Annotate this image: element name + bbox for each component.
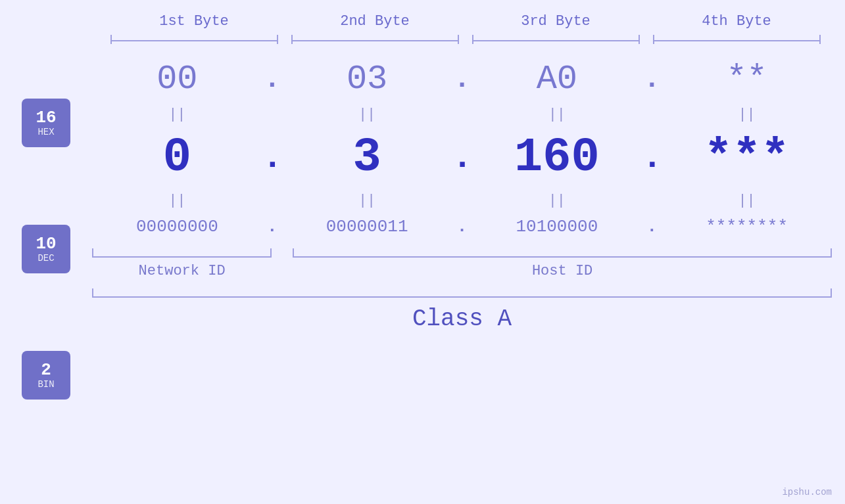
eq2-4: || [662, 193, 832, 209]
host-id-bracket [293, 247, 832, 258]
hex-b1: 00 [92, 60, 262, 99]
byte-label-4: 4th Byte [646, 13, 827, 35]
main-container: 1st Byte 2nd Byte 3rd Byte 4th Byte 16 H… [0, 0, 845, 504]
hex-b3: A0 [472, 60, 642, 99]
bin-dot-2: . [452, 217, 472, 237]
byte-label-2: 2nd Byte [285, 13, 466, 35]
equals-row-1: || || || || [92, 105, 832, 124]
bin-b1: 00000000 [92, 217, 262, 237]
dec-b2: 3 [282, 131, 452, 185]
eq2-1: || [92, 193, 262, 209]
hex-badge-num: 16 [36, 108, 56, 127]
eq2-2: || [282, 193, 452, 209]
watermark: ipshu.com [782, 487, 832, 497]
eq-1: || [92, 106, 262, 123]
dec-b4: *** [662, 131, 832, 185]
host-id-label: Host ID [293, 263, 832, 279]
id-labels-row: Network ID Host ID [92, 263, 832, 279]
bracket-3 [472, 35, 640, 47]
class-label: Class A [92, 306, 832, 332]
bin-b2: 00000011 [282, 217, 452, 237]
network-id-label: Network ID [92, 263, 272, 279]
bin-b4: ******** [662, 217, 832, 237]
hex-badge-label: HEX [37, 127, 54, 137]
hex-dot-3: . [642, 64, 662, 95]
bin-badge-num: 2 [41, 361, 51, 380]
bin-badge: 2 BIN [22, 351, 70, 400]
dec-row: 0 . 3 . 160 . *** [92, 124, 832, 191]
content-area: 00 . 03 . A0 . ** || || || || 0 . [92, 47, 845, 504]
bracket-4 [653, 35, 821, 47]
byte-label-3: 3rd Byte [466, 13, 646, 35]
dec-dot-3: . [642, 139, 662, 177]
bin-b3: 10100000 [472, 217, 642, 237]
top-brackets [104, 35, 827, 47]
big-bracket [92, 287, 832, 298]
hex-dot-2: . [452, 64, 472, 95]
dec-badge-num: 10 [36, 235, 56, 254]
dec-b3: 160 [472, 131, 642, 185]
eq-3: || [472, 106, 642, 123]
dec-b1: 0 [92, 131, 262, 185]
bottom-id-brackets [92, 247, 832, 258]
dec-dot-2: . [452, 139, 472, 177]
network-id-bracket [92, 247, 272, 258]
bracket-1 [110, 35, 278, 47]
bin-dot-1: . [262, 217, 282, 237]
dec-badge: 10 DEC [22, 225, 70, 273]
bin-badge-label: BIN [37, 379, 54, 390]
eq-4: || [662, 106, 832, 123]
eq2-3: || [472, 193, 642, 209]
main-area: 16 HEX 10 DEC 2 BIN 00 . 03 . A0 . ** [0, 47, 845, 504]
byte-labels-row: 1st Byte 2nd Byte 3rd Byte 4th Byte [104, 13, 827, 35]
hex-b4: ** [662, 60, 832, 99]
hex-dot-1: . [262, 64, 282, 95]
bracket-2 [291, 35, 459, 47]
bin-dot-3: . [642, 217, 662, 237]
dec-dot-1: . [262, 139, 282, 177]
byte-label-1: 1st Byte [104, 13, 285, 35]
hex-b2: 03 [282, 60, 452, 99]
hex-badge: 16 HEX [22, 99, 70, 147]
badges-column: 16 HEX 10 DEC 2 BIN [0, 47, 92, 504]
bin-row: 00000000 . 00000011 . 10100000 . *******… [92, 210, 832, 243]
equals-row-2: || || || || [92, 191, 832, 210]
dec-badge-label: DEC [37, 253, 54, 263]
eq-2: || [282, 106, 452, 123]
hex-row: 00 . 03 . A0 . ** [92, 53, 832, 105]
